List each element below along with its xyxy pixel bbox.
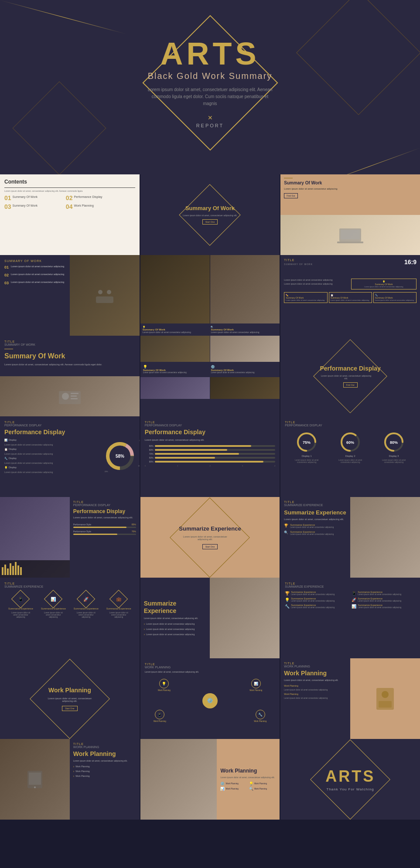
slide-work-center-photo: Work Planning Lorem ipsum dolor sit amet… bbox=[140, 739, 280, 820]
work-tab-item-3: › Work Planning bbox=[73, 775, 136, 778]
work-photo-text: TITLE WORK PLANNING Work Planning Lorem … bbox=[280, 658, 350, 739]
summary-tan-title: Summary Of Work bbox=[284, 180, 417, 186]
svg-point-4 bbox=[107, 290, 111, 294]
work-photo-img bbox=[350, 658, 420, 739]
svg-point-3 bbox=[98, 290, 102, 294]
tablet-photo bbox=[0, 739, 70, 820]
row-7: Work Planning Lorem ipsum dolor sit amet… bbox=[0, 658, 420, 739]
pie-label-2: 10% bbox=[138, 465, 140, 467]
work-icon bbox=[57, 388, 83, 405]
gold-line-large bbox=[4, 349, 13, 349]
item-col-1: Lorem ipsum dolor sit amet consectetur a… bbox=[284, 279, 349, 289]
exp-multi-subtitle: SUMMARIZE EXPERIENCE bbox=[285, 585, 416, 588]
display-label-1: Display bbox=[9, 439, 17, 441]
summary-tan-btn[interactable]: Find Out bbox=[284, 193, 297, 198]
circle-label-2: Display 2 bbox=[345, 455, 355, 457]
svg-text:60%: 60% bbox=[346, 440, 354, 445]
exp-multi-desc-6: Lorem ipsum dolor sit amet consectetur a… bbox=[358, 606, 401, 609]
exp-multi-desc-4: Lorem ipsum dolor sit amet consectetur a… bbox=[358, 593, 401, 596]
exp-icons-subtitle: SUMMARIZE EXPERIENCE bbox=[4, 585, 135, 588]
work-tab-item-1: › Work Planning bbox=[73, 765, 136, 768]
prog-val-1: 85% bbox=[132, 523, 136, 526]
photo-grid-labels: 💡 Summary Of Work Lorem ipsum dolor sit … bbox=[140, 323, 280, 336]
work-diamond-btn[interactable]: Start One bbox=[62, 706, 77, 711]
slide-experience-diamond: Summarize Experience Lorem ipsum dolor s… bbox=[140, 497, 280, 578]
bar-axis: 0 1 2 3 4 bbox=[145, 465, 276, 467]
bar-fill-2 bbox=[155, 449, 227, 451]
wc-item-1: ⚙️ Work Planning bbox=[220, 782, 247, 786]
exp-multi-item-3: 🔧 Summarize Experience Lorem ipsum dolor… bbox=[285, 604, 349, 609]
separator bbox=[4, 187, 135, 188]
prog-row-2: Performance Style 70% bbox=[73, 530, 136, 535]
contents-num-2: 02 bbox=[66, 195, 73, 201]
exp-photo bbox=[350, 497, 420, 578]
exp-multi-title: TITLE bbox=[285, 582, 416, 585]
svg-rect-1 bbox=[341, 230, 360, 239]
summary-title-sm: TITLE bbox=[4, 340, 135, 343]
team-photo-1 bbox=[140, 255, 210, 323]
slide-photo-collage: 💡 Summary Of Work Lorem ipsum dolor sit … bbox=[140, 336, 280, 416]
collage-desc-2: Lorem ipsum dolor sit amet consectetur a… bbox=[211, 371, 277, 374]
perf-subtitle-sm: PERFORMANCE DISPLAY bbox=[4, 424, 135, 427]
pie-chart-svg: 58% bbox=[105, 441, 135, 471]
mini-bar-8 bbox=[20, 567, 22, 575]
work-item-desc-2: Lorem ipsum dolor sit amet consectetur a… bbox=[284, 697, 347, 699]
contents-num-1: 01 bbox=[4, 195, 11, 201]
mini-bar-7 bbox=[17, 565, 19, 575]
slide-exp-photo-text: Summarize Experience Lorem ipsum dolor s… bbox=[140, 578, 280, 658]
wc-label-3: Work Planning bbox=[225, 788, 238, 790]
prog-track-1 bbox=[73, 527, 136, 528]
perf-ta-title: TITLE bbox=[73, 500, 136, 504]
exp-icons-title: TITLE bbox=[4, 582, 135, 585]
work-photo-subtitle: WORK PLANNING bbox=[284, 665, 347, 668]
contents-item-3: 03 Summary Of Work bbox=[4, 204, 63, 210]
icon-item-3: 🚀 Summarize Experience Lorem ipsum dolor… bbox=[74, 592, 99, 618]
mini-bar-3 bbox=[7, 568, 9, 575]
deco-line-br bbox=[318, 148, 420, 174]
circle-item-3: 80% Display 3 Lorem ipsum dolor sit amet… bbox=[381, 431, 407, 463]
slide-summary-list: SUMMARY OF WORK 01 Lorem ipsum dolor sit… bbox=[0, 255, 140, 336]
exp-list-grid: TITLE SUMMARIZE EXPERIENCE Summarize Exp… bbox=[280, 497, 420, 578]
circle-1: 75% bbox=[296, 431, 318, 453]
perf-ta-desc: Lorem ipsum dolor sit amet, consectetuer… bbox=[73, 516, 136, 520]
summary-center-desc: Lorem ipsum dolor sit amet, consectetuer… bbox=[183, 214, 237, 217]
work-diamond-desc: Lorem ipsum dolor sit amet, consectetuer… bbox=[44, 697, 96, 702]
exp-list-content: TITLE SUMMARIZE EXPERIENCE Summarize Exp… bbox=[280, 497, 350, 578]
exp-list-title: TITLE bbox=[284, 500, 347, 504]
summary-large-text: TITLE SUMMARY OF WORK Summary Of Work Lo… bbox=[0, 336, 140, 376]
bar-row-5: 90% bbox=[145, 460, 276, 463]
perf-find-btn[interactable]: Find Out bbox=[343, 382, 358, 388]
box-2-desc: Lorem ipsum dolor sit amet consectetur a… bbox=[286, 299, 325, 301]
item-desc-1: Lorem ipsum dolor sit amet consectetur a… bbox=[284, 279, 349, 281]
hero-content: ARTS Black Gold Work Summary Lorem ipsum… bbox=[145, 38, 276, 128]
exp-desc: Lorem ipsum dolor sit amet, consectetuer… bbox=[179, 535, 231, 541]
display-label-4: Display bbox=[9, 466, 17, 469]
progress-bars: Performance Style 85% Performance Style … bbox=[73, 523, 136, 535]
item-desc-2: Lorem ipsum dolor sit amet consectetur a… bbox=[284, 283, 349, 285]
exp-multi-item-6: 📊 Summarize Experience Lorem ipsum dolor… bbox=[352, 604, 416, 609]
mini-bar-1 bbox=[2, 567, 3, 575]
row-3: TITLE SUMMARY OF WORK Summary Of Work Lo… bbox=[0, 336, 420, 416]
perf-ta-subtitle: PERFORMANCE DISPLAY bbox=[73, 504, 136, 507]
slide-exp-multi: TITLE SUMMARIZE EXPERIENCE 🏆 Summarize E… bbox=[280, 578, 420, 658]
summary-start-btn[interactable]: Start One bbox=[202, 219, 218, 225]
exp-person-photo bbox=[210, 578, 280, 658]
svg-rect-27 bbox=[379, 701, 392, 708]
work-diamond-content: Work Planning Lorem ipsum dolor sit amet… bbox=[39, 682, 100, 715]
slide-experience-list: TITLE SUMMARIZE EXPERIENCE Summarize Exp… bbox=[280, 497, 420, 578]
box-desc-1: Lorem ipsum dolor sit amet consectetur a… bbox=[353, 286, 415, 288]
hub-item-3: 📱 Work Planning bbox=[154, 710, 166, 722]
slide-final-arts: ARTS Thank You For Watching bbox=[280, 739, 420, 820]
exp-multi-desc-2: Lorem ipsum dolor sit amet consectetur a… bbox=[291, 600, 335, 602]
final-content: ARTS Thank You For Watching bbox=[325, 767, 375, 791]
office-photo bbox=[0, 497, 70, 578]
collage-icon-1: 💡 Summary Of Work Lorem ipsum dolor sit … bbox=[143, 365, 209, 374]
svg-text:58%: 58% bbox=[116, 454, 124, 459]
svg-text:75%: 75% bbox=[303, 440, 311, 445]
exp-btn[interactable]: Start One bbox=[202, 544, 218, 549]
display-label-2: Display bbox=[9, 448, 17, 450]
slide-perf-bars: TITLE PERFORMANCE DISPLAY Performance Di… bbox=[140, 416, 280, 497]
slide-summary-photo: Summary Of Work Lorem ipsum dolor sit am… bbox=[280, 174, 420, 255]
exp-text-item-3: › Lorem ipsum dolor sit amet consectetur… bbox=[144, 633, 207, 636]
perf-diamond-content: Performance Display Lorem ipsum dolor si… bbox=[320, 365, 381, 388]
